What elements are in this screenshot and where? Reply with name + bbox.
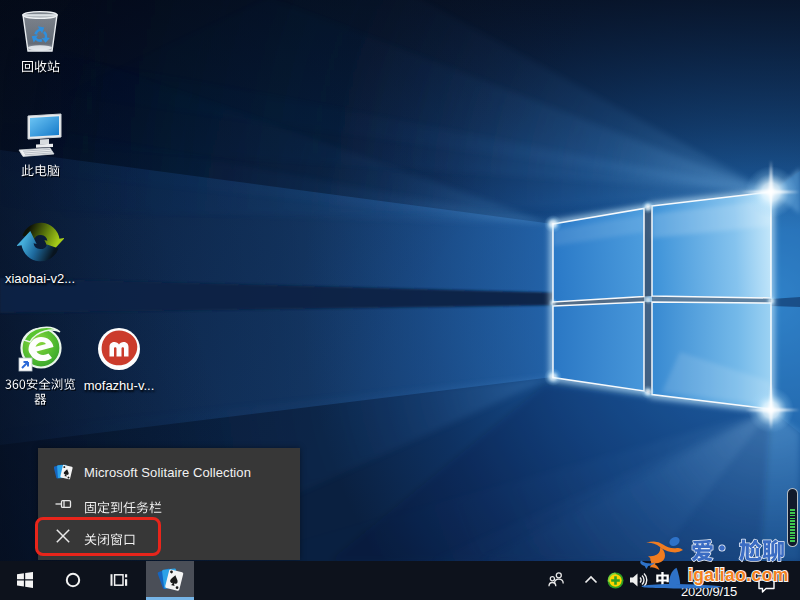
svg-text:igaliao.com: igaliao.com	[688, 565, 789, 585]
